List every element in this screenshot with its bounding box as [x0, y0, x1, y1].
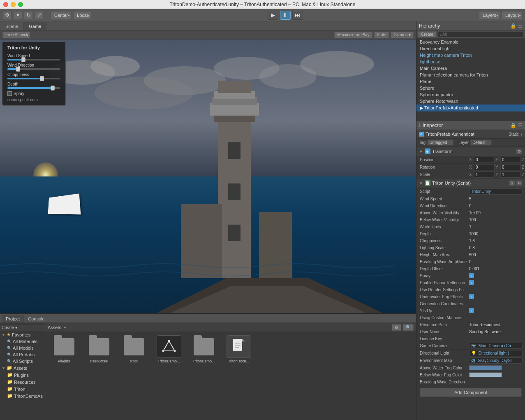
- tag-dropdown[interactable]: Untagged: [427, 139, 453, 146]
- local-btn[interactable]: Local: [73, 11, 91, 19]
- layer-dropdown[interactable]: Default: [470, 139, 492, 146]
- tab-scene[interactable]: Scene: [0, 22, 23, 30]
- play-controls: ▶ ⏸ ⏭: [93, 11, 477, 20]
- tritondemo-folder-icon: [192, 335, 216, 358]
- hier-item-maincamera[interactable]: Main Camera: [416, 65, 525, 72]
- minimize-button[interactable]: [11, 2, 16, 7]
- svg-point-6: [95, 77, 193, 109]
- tree-all-prefabs[interactable]: 🔍 All Prefabs: [0, 351, 45, 358]
- step-button[interactable]: ⏭: [292, 11, 303, 20]
- hierarchy-lock-icon[interactable]: 🔒: [510, 23, 516, 29]
- play-button[interactable]: ▶: [268, 11, 278, 20]
- pos-y-input[interactable]: [500, 157, 521, 163]
- resources-icon: [87, 335, 111, 358]
- depth-slider[interactable]: [7, 87, 60, 89]
- tree-favorites[interactable]: ▼ ★ Favorites: [0, 331, 45, 338]
- rot-y-input[interactable]: [500, 164, 521, 170]
- prop-value-16[interactable]: ✓: [469, 308, 474, 313]
- script-prop-value[interactable]: TritonUnity: [469, 188, 523, 195]
- prop-value-21[interactable]: 📷 Main Camera (Ca: [469, 343, 523, 349]
- site-link[interactable]: sundog-soft.com: [7, 97, 60, 102]
- triton-script-copy-btn[interactable]: ⎘: [509, 180, 515, 186]
- tree-assets[interactable]: ▼ 📁 Assets: [0, 364, 45, 371]
- svg-rect-11: [228, 142, 241, 159]
- hier-search-input[interactable]: [438, 32, 523, 37]
- hier-item-sphere[interactable]: Sphere: [416, 85, 525, 91]
- asset-plugins[interactable]: Plugins: [49, 335, 79, 363]
- scale-y-input[interactable]: [500, 172, 521, 178]
- gizmos-btn[interactable]: Gizmos ▾: [391, 32, 414, 38]
- spray-checkbox[interactable]: ✓: [7, 91, 12, 96]
- transform-hand-btn[interactable]: ✥: [2, 11, 12, 19]
- create-btn[interactable]: Create ▾: [2, 325, 17, 330]
- prop-row-11: Spray✓: [416, 272, 525, 279]
- prop-value-23[interactable]: 🖼 GrayCloudy DaySI: [469, 357, 523, 364]
- hier-item-directional[interactable]: Directional light: [416, 45, 525, 52]
- hier-item-heightmap[interactable]: Height map camera Triton: [416, 52, 525, 58]
- add-component-button[interactable]: Add Component: [420, 388, 522, 397]
- tab-game[interactable]: Game: [23, 22, 46, 30]
- asset-tritondemo-unity[interactable]: TritonDemo...: [153, 335, 184, 363]
- asset-resources[interactable]: Resources: [83, 335, 114, 363]
- stats-btn[interactable]: Stats: [374, 32, 389, 38]
- asset-tritondocu[interactable]: TritonDocu...: [223, 335, 254, 363]
- transform-settings-btn[interactable]: ⚙: [516, 149, 523, 154]
- layout-btn[interactable]: Layout: [502, 11, 523, 19]
- hier-item-buoyancy[interactable]: Buoyancy Example: [416, 39, 525, 45]
- hier-item-tritonprefab[interactable]: ▶ TritonPrefab-Authenticated: [416, 104, 525, 111]
- triton-script-settings-btn[interactable]: ⚙: [516, 180, 523, 186]
- transform-move-btn[interactable]: ✦: [13, 11, 22, 19]
- prop-value-0: 5: [469, 197, 523, 201]
- prop-value-25[interactable]: [469, 372, 502, 377]
- prop-value-22[interactable]: 💡 Directional light (: [469, 350, 523, 356]
- transform-component-header[interactable]: ▼ ⊕ Transform ⚙: [416, 147, 525, 156]
- hier-item-lighthouse[interactable]: lighthouse: [416, 58, 525, 65]
- object-enabled-checkbox[interactable]: ✓: [419, 132, 424, 137]
- transform-rotate-btn[interactable]: ↻: [24, 11, 33, 19]
- triton-script-component-header[interactable]: ▼ 📄 Triton Unity (Script) ⎘ ⚙: [416, 179, 525, 188]
- tree-triton[interactable]: 📁 Triton: [0, 385, 45, 392]
- free-aspect-btn[interactable]: Free Aspect: [2, 32, 30, 38]
- prop-value-11[interactable]: ✓: [469, 273, 474, 278]
- layers-btn[interactable]: Layers: [479, 11, 500, 19]
- rot-x-input[interactable]: [474, 164, 495, 170]
- hier-item-sphere-rotorwash[interactable]: Sphere-RotorWash: [416, 98, 525, 104]
- hier-create-btn[interactable]: Create: [418, 31, 436, 37]
- asset-triton[interactable]: Triton: [118, 335, 149, 363]
- tab-console[interactable]: Console: [24, 315, 49, 323]
- tree-all-scripts[interactable]: 🔍 All Scripts: [0, 358, 45, 364]
- prop-value-24[interactable]: [469, 365, 502, 370]
- tab-project[interactable]: Project: [2, 315, 24, 323]
- asset-tritondemo-folder[interactable]: TritonDemo...: [188, 335, 219, 363]
- hier-item-sphere-impactor[interactable]: Sphere-impactor: [416, 91, 525, 98]
- tree-all-materials[interactable]: 🔍 All Materials: [0, 338, 45, 345]
- scale-x-input[interactable]: [474, 172, 495, 178]
- hier-item-plane[interactable]: Plane: [416, 78, 525, 85]
- maximize-on-play-btn[interactable]: Maximize on Play: [334, 32, 372, 38]
- assets-settings-btn[interactable]: ⚙: [392, 324, 401, 331]
- inspector-menu-icon[interactable]: ☰: [518, 123, 523, 128]
- maximize-button[interactable]: [18, 2, 23, 7]
- prop-value-12[interactable]: ✓: [469, 280, 474, 285]
- scene-game-tabs: Scene Game: [0, 21, 416, 30]
- hierarchy-menu-icon[interactable]: ☰: [518, 23, 523, 29]
- hier-item-planar[interactable]: Planar reflection camera for Triton: [416, 72, 525, 78]
- pause-button[interactable]: ⏸: [280, 11, 291, 20]
- inspector-lock-icon[interactable]: 🔒: [510, 123, 516, 128]
- assets-search-btn[interactable]: 🔍: [403, 324, 414, 331]
- pos-x-input[interactable]: [474, 157, 495, 163]
- close-button[interactable]: [3, 2, 8, 7]
- center-btn[interactable]: Center: [51, 11, 72, 19]
- transform-scale-btn[interactable]: ⤢: [35, 11, 44, 19]
- choppiness-slider[interactable]: [7, 78, 60, 79]
- wind-speed-slider[interactable]: [7, 59, 60, 60]
- tree-plugins[interactable]: 📁 Plugins: [0, 371, 45, 378]
- tree-resources[interactable]: 📁 Resources: [0, 378, 45, 385]
- wind-direction-slider[interactable]: [7, 68, 60, 70]
- static-dropdown-icon[interactable]: ▾: [520, 132, 523, 137]
- tree-triton-demo[interactable]: 📁 TritonDemoAs: [0, 392, 45, 399]
- pos-x-label: X: [469, 158, 473, 162]
- prop-value-14[interactable]: ✓: [469, 294, 474, 299]
- svg-rect-14: [210, 103, 259, 116]
- tree-all-models[interactable]: 🔍 All Models: [0, 345, 45, 351]
